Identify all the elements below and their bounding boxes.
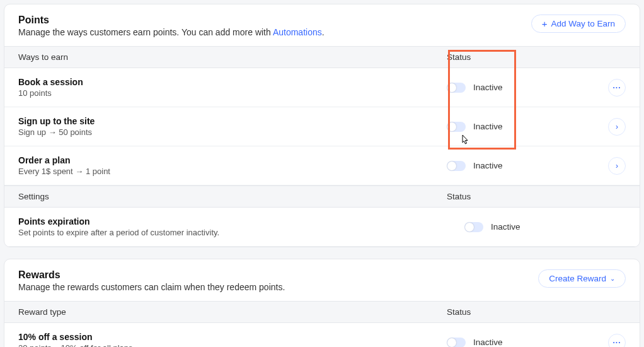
row-title: Sign up to the site	[18, 116, 447, 126]
row-sub: 10 points	[18, 88, 447, 98]
chevron-right-icon: ›	[616, 122, 618, 131]
col-status: Status	[447, 52, 626, 62]
status-toggle[interactable]	[447, 122, 466, 132]
row-title: Points expiration	[18, 216, 447, 226]
status-toggle[interactable]	[447, 338, 466, 348]
table-row: Points expiration Set points to expire a…	[4, 208, 640, 247]
col-status: Status	[447, 192, 626, 201]
chevron-right-icon: ›	[616, 162, 618, 170]
expand-button[interactable]: ›	[608, 118, 626, 136]
status-toggle[interactable]	[447, 83, 466, 93]
add-way-label: Add Way to Earn	[551, 19, 615, 28]
add-way-to-earn-button[interactable]: + Add Way to Earn	[531, 15, 626, 33]
row-title: 10% off a session	[18, 332, 447, 342]
reward-type-header: Reward type Status	[4, 301, 640, 323]
rewards-header-text: Rewards Manage the rewards customers can…	[18, 269, 285, 292]
row-sub: 20 points = 10% off for all plans	[18, 343, 447, 347]
row-title: Order a plan	[18, 155, 447, 165]
points-subtitle: Manage the ways customers earn points. Y…	[18, 27, 325, 37]
status-toggle[interactable]	[447, 161, 466, 171]
table-row: 10% off a session 20 points = 10% off fo…	[4, 323, 640, 347]
col-status: Status	[447, 307, 626, 317]
points-header: Points Manage the ways customers earn po…	[4, 4, 640, 46]
dots-icon: ···	[612, 338, 621, 347]
dots-icon: ···	[612, 83, 621, 92]
col-reward-type: Reward type	[18, 307, 447, 317]
row-title: Book a session	[18, 77, 447, 87]
row-sub: Set points to expire after a period of c…	[18, 228, 447, 237]
row-sub: Every 1$ spent → 1 point	[18, 167, 447, 176]
expand-button[interactable]: ›	[608, 157, 626, 175]
create-reward-label: Create Reward	[549, 274, 606, 283]
status-label: Inactive	[473, 338, 503, 347]
table-row: Order a plan Every 1$ spent → 1 point In…	[4, 146, 640, 185]
status-label: Inactive	[473, 83, 503, 92]
automations-link[interactable]: Automations	[273, 27, 322, 37]
points-card: Points Manage the ways customers earn po…	[4, 4, 640, 247]
col-settings: Settings	[18, 192, 447, 201]
chevron-down-icon: ⌄	[610, 275, 615, 282]
table-row: Book a session 10 points Inactive ···	[4, 68, 640, 107]
more-actions-button[interactable]: ···	[608, 334, 626, 348]
rewards-subtitle: Manage the rewards customers can claim w…	[18, 282, 285, 292]
points-title: Points	[18, 15, 325, 26]
status-label: Inactive	[473, 122, 503, 131]
create-reward-button[interactable]: Create Reward ⌄	[538, 269, 626, 288]
status-toggle[interactable]	[464, 222, 483, 232]
table-row: Sign up to the site Sign up → 50 points …	[4, 107, 640, 146]
status-label: Inactive	[473, 161, 503, 170]
row-sub: Sign up → 50 points	[18, 127, 447, 137]
points-header-text: Points Manage the ways customers earn po…	[18, 15, 325, 37]
settings-header: Settings Status	[4, 185, 640, 208]
rewards-title: Rewards	[18, 269, 285, 281]
status-label: Inactive	[491, 222, 520, 232]
col-ways: Ways to earn	[18, 52, 447, 62]
plus-icon: +	[542, 19, 548, 28]
rewards-header: Rewards Manage the rewards customers can…	[4, 259, 640, 301]
more-actions-button[interactable]: ···	[608, 79, 626, 97]
ways-to-earn-header: Ways to earn Status	[4, 46, 640, 68]
rewards-card: Rewards Manage the rewards customers can…	[4, 259, 640, 347]
